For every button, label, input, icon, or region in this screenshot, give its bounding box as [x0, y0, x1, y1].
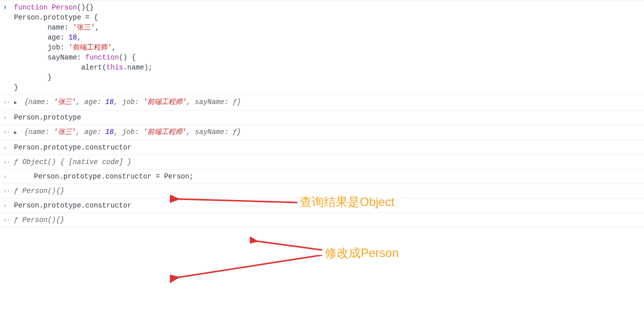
function-preview[interactable]: ƒ Person(){} — [14, 187, 64, 195]
console-row-output-4: ƒ Person(){} — [0, 184, 644, 198]
output-arrow-icon — [3, 97, 12, 107]
console-prompt-row[interactable] — [0, 227, 644, 234]
annotation-text-2: 修改成Person — [325, 245, 399, 261]
code-line[interactable]: Person.prototype.constructor = Person; — [14, 172, 193, 180]
output-arrow-icon — [3, 215, 12, 225]
input-arrow-icon — [3, 112, 12, 122]
console-row-output-2: {name: '张三', age: 18, job: '前端工程师', sayN… — [0, 124, 644, 140]
function-preview[interactable]: ƒ Object() { [native code] } — [14, 158, 131, 166]
input-arrow-icon — [3, 200, 12, 210]
code-block[interactable]: function Person(){} Person.prototype = {… — [14, 2, 644, 92]
code-line[interactable]: Person.prototype — [14, 114, 81, 122]
code-line[interactable]: Person.prototype.constructor — [14, 144, 131, 152]
console-row-input-1: function Person(){} Person.prototype = {… — [0, 0, 644, 94]
input-arrow-icon — [3, 172, 12, 182]
expand-icon[interactable] — [14, 127, 20, 138]
function-preview[interactable]: ƒ Person(){} — [14, 216, 64, 224]
input-arrow-icon — [3, 142, 12, 152]
console-row-input-4: Person.prototype.constructor = Person; — [0, 169, 644, 184]
output-arrow-icon — [3, 186, 12, 196]
object-preview[interactable]: {name: '张三', age: 18, job: '前端工程师', sayN… — [24, 98, 241, 106]
console-row-input-5: Person.prototype.constructor — [0, 198, 644, 212]
svg-line-2 — [177, 255, 322, 278]
output-arrow-icon — [3, 157, 12, 167]
prompt-arrow-icon — [3, 3, 7, 11]
console-row-input-2: Person.prototype — [0, 110, 644, 124]
console-row-output-3: ƒ Object() { [native code] } — [0, 154, 644, 169]
annotation-arrow-2 — [250, 235, 325, 255]
annotation-arrow-3 — [170, 255, 325, 285]
output-arrow-icon — [3, 127, 12, 137]
object-preview[interactable]: {name: '张三', age: 18, job: '前端工程师', sayN… — [24, 128, 241, 136]
console-row-output-1: {name: '张三', age: 18, job: '前端工程师', sayN… — [0, 94, 644, 110]
expand-icon[interactable] — [14, 97, 20, 108]
console-row-input-3: Person.prototype.constructor — [0, 140, 644, 154]
code-line[interactable]: Person.prototype.constructor — [14, 202, 131, 210]
svg-line-1 — [256, 241, 322, 250]
console-row-output-5: ƒ Person(){} — [0, 212, 644, 227]
